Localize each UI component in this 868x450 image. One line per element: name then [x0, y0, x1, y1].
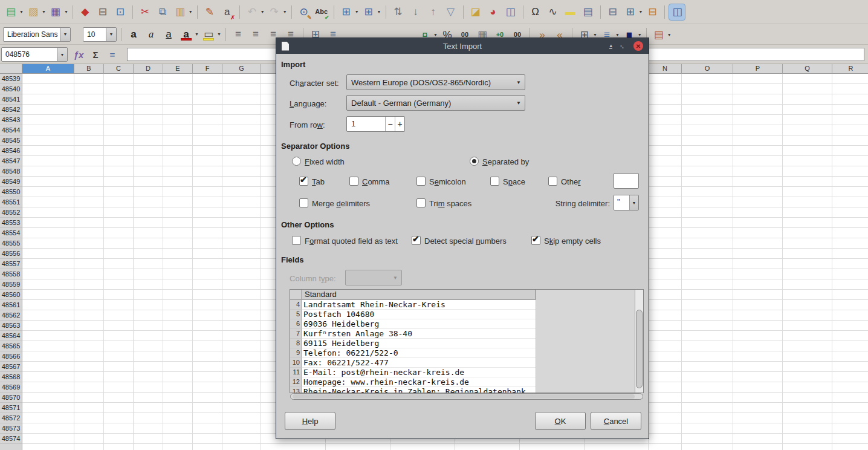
font-name-dropdown-icon[interactable]: ▼ [60, 28, 70, 41]
row-header[interactable]: 48569 [0, 382, 22, 393]
headers-footers-button[interactable]: ⊟ [605, 4, 621, 20]
sort-ascending-button[interactable]: ↑ [426, 4, 441, 20]
new-spreadsheet-button[interactable]: ▤ [3, 4, 19, 20]
string-delimiter-combo[interactable]: " ▼ [614, 195, 639, 210]
font-size-dropdown-icon[interactable]: ▼ [106, 28, 116, 41]
freeze-panes-button[interactable]: ⊞ [623, 4, 638, 20]
fixed-width-label[interactable]: Fixed width [305, 157, 345, 166]
row-header[interactable]: 48564 [0, 331, 22, 341]
cancel-button[interactable]: Cancel [591, 412, 641, 430]
format-quoted-label[interactable]: Format quoted field as text [305, 236, 398, 246]
row-header[interactable]: 48567 [0, 362, 22, 372]
conditional-formatting-button[interactable]: ▤ [651, 27, 667, 42]
undo-button-dropdown[interactable]: ▼ [261, 10, 265, 14]
row-header[interactable]: 48573 [0, 423, 22, 434]
row-header[interactable]: 48562 [0, 310, 22, 321]
semicolon-label[interactable]: Semicolon [429, 177, 466, 186]
paste-button[interactable]: ▥ [172, 4, 188, 20]
merge-delimiters-checkbox[interactable]: ✔ [299, 198, 308, 207]
horizontal-scroll-handle[interactable] [293, 394, 635, 399]
bold-button[interactable]: a [126, 27, 141, 42]
font-size-combo[interactable]: 10 ▼ [83, 27, 117, 42]
name-box-dropdown-icon[interactable]: ▼ [57, 48, 67, 61]
row-header[interactable]: 48563 [0, 321, 22, 331]
clear-formatting-button[interactable]: a✗ [219, 4, 235, 20]
border-style-button-dropdown[interactable]: ▼ [615, 33, 620, 37]
column-header-R[interactable]: R [832, 64, 868, 74]
row-header[interactable]: 48547 [0, 156, 22, 166]
language-select[interactable]: Default - German (Germany) ▼ [346, 95, 525, 111]
row-header[interactable]: 48549 [0, 177, 22, 187]
split-window-button[interactable]: ⊟ [644, 4, 660, 20]
italic-button[interactable]: a [143, 27, 159, 42]
other-separator-input[interactable] [614, 173, 639, 189]
space-checkbox[interactable]: ✔ [490, 177, 499, 186]
insert-row-button-dropdown[interactable]: ▼ [355, 10, 359, 14]
row-header[interactable]: 48570 [0, 393, 22, 403]
column-header-C[interactable]: C [104, 64, 134, 74]
fixed-width-radio[interactable] [292, 157, 301, 166]
close-icon[interactable]: ✕ [633, 41, 643, 51]
ok-button[interactable]: OK [535, 412, 586, 430]
row-header[interactable]: 48553 [0, 218, 22, 228]
sort-descending-button[interactable]: ↓ [408, 4, 424, 20]
highlight-color-button-dropdown[interactable]: ▼ [217, 32, 221, 36]
row-header[interactable]: 48543 [0, 115, 22, 125]
row-header[interactable]: 48544 [0, 125, 22, 135]
insert-row-button[interactable]: ⊞ [338, 4, 354, 20]
new-spreadsheet-button-dropdown[interactable]: ▼ [19, 10, 24, 14]
paste-button-dropdown[interactable]: ▼ [189, 10, 193, 14]
draw-functions-button[interactable]: ∿ [545, 4, 561, 20]
column-header-G[interactable]: G [222, 64, 261, 74]
open-button-dropdown[interactable]: ▼ [42, 10, 46, 14]
column-header-O[interactable]: O [682, 64, 733, 74]
border-color-button-dropdown[interactable]: ▼ [638, 33, 642, 37]
font-name-combo[interactable]: Liberation Sans ▼ [3, 27, 71, 42]
string-delimiter-dropdown-icon[interactable]: ▼ [629, 195, 638, 210]
separated-by-radio[interactable] [470, 157, 479, 166]
row-header[interactable]: 48571 [0, 403, 22, 413]
insert-column-button[interactable]: ⊞ [361, 4, 377, 20]
insert-chart-button[interactable]: ◕ [485, 4, 501, 20]
restore-icon[interactable]: ↔ [618, 41, 627, 51]
detect-numbers-checkbox[interactable]: ✔ [412, 236, 421, 245]
row-header[interactable]: 48568 [0, 372, 22, 382]
spelling-button[interactable]: Abc✔ [314, 4, 329, 20]
row-header[interactable]: 48565 [0, 341, 22, 351]
save-button[interactable]: ▦ [48, 4, 63, 20]
spin-minus-icon[interactable]: − [385, 117, 395, 131]
trim-spaces-checkbox[interactable]: ✔ [416, 198, 426, 207]
align-left-button[interactable]: ≡ [230, 27, 246, 42]
save-button-dropdown[interactable]: ▼ [64, 10, 68, 14]
skip-empty-checkbox[interactable]: ✔ [531, 236, 540, 245]
redo-button[interactable]: ↷ [267, 4, 282, 20]
row-header[interactable]: 48539 [0, 74, 22, 84]
row-header[interactable]: 48540 [0, 84, 22, 94]
row-header[interactable]: 48559 [0, 279, 22, 290]
preview-vertical-scrollbar[interactable] [635, 290, 643, 393]
column-header-D[interactable]: D [134, 64, 163, 74]
print-button[interactable]: ⊟ [95, 4, 111, 20]
comma-label[interactable]: Comma [362, 177, 390, 186]
detect-numbers-label[interactable]: Detect special numbers [424, 236, 507, 246]
clone-formatting-button[interactable]: ✎ [202, 4, 218, 20]
row-header[interactable]: 48550 [0, 187, 22, 197]
font-color-button[interactable]: a [178, 27, 194, 42]
function-wizard-icon[interactable]: ƒx [71, 47, 86, 62]
row-header[interactable]: 48551 [0, 197, 22, 207]
format-quoted-checkbox[interactable]: ✔ [292, 236, 301, 245]
copy-button[interactable]: ⧉ [155, 4, 170, 20]
column-header-E[interactable]: E [163, 64, 193, 74]
string-delimiter-value[interactable]: " [614, 195, 629, 210]
row-header[interactable]: 48560 [0, 290, 22, 300]
skip-empty-label[interactable]: Skip empty cells [544, 236, 601, 246]
insert-comment-button[interactable]: ▬ [563, 4, 578, 20]
column-header-Q[interactable]: Q [783, 64, 832, 74]
find-replace-button[interactable]: ⊙✎ [296, 4, 312, 20]
row-header[interactable]: 48555 [0, 238, 22, 249]
tab-label[interactable]: Tab [312, 177, 325, 186]
formula-icon[interactable]: = [105, 47, 120, 62]
row-header[interactable]: 48572 [0, 413, 22, 423]
borders-button-dropdown[interactable]: ▼ [593, 33, 597, 37]
insert-column-button-dropdown[interactable]: ▼ [377, 10, 381, 14]
